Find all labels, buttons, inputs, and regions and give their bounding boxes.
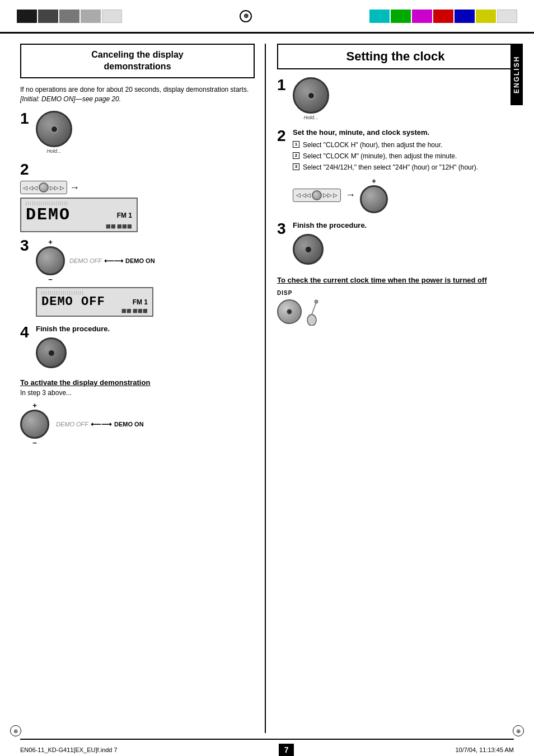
- color-block-gray: [59, 10, 79, 23]
- right-step-2-content: Set the hour, minute, and clock system. …: [293, 128, 514, 213]
- step-2: 2 ◁ ◁◁ ▷▷ ▷ → |||||||||||||||||||| DEMO: [20, 162, 255, 232]
- canceling-title-box: Canceling the display demonstrations: [20, 44, 255, 78]
- stylus-indicator: [305, 298, 325, 326]
- right-step-3: 3 Finish the procedure.: [277, 221, 514, 265]
- activate-title: To activate the display demonstration: [20, 378, 255, 387]
- demo-toggle-label: DEMO OFF ⟵⟶ DEMO ON: [69, 257, 155, 265]
- button-center-finish: [48, 350, 55, 356]
- right-step-2-text: Set the hour, minute, and clock system.: [293, 128, 514, 137]
- display-dots-2: ||||||||||||||||||||: [41, 290, 148, 294]
- step-1-illustration: Hold...: [36, 111, 72, 154]
- reg-mark-bottom-right: ⊕: [513, 725, 524, 736]
- svg-point-0: [307, 314, 316, 326]
- minus-sign: −: [48, 275, 53, 284]
- hold-button-1: [36, 111, 72, 147]
- color-block-green: [391, 10, 411, 23]
- page-number-badge: 7: [279, 744, 294, 756]
- step-3-illustration: + − DEMO OFF ⟵⟶ DEMO ON: [36, 238, 255, 284]
- right-hold-label: Hold...: [304, 115, 318, 120]
- right-knob: [360, 185, 388, 213]
- prev-btn: ◁: [23, 185, 27, 191]
- display-off-bottom: ⬛⬛ ⬛⬛⬛: [41, 309, 148, 313]
- step-1: 1 Hold...: [20, 111, 255, 154]
- step3-knob: [36, 246, 65, 275]
- registration-mark-top: ⊕: [240, 10, 252, 22]
- display-off-content: DEMO OFF FM 1: [41, 295, 148, 309]
- button-center: [50, 125, 58, 133]
- initial-note: [Initial: DEMO ON]—see page 20.: [20, 95, 255, 103]
- controls-row-2: ◁ ◁◁ ▷▷ ▷ →: [20, 181, 255, 194]
- step-2-number: 2: [20, 161, 29, 178]
- seek-right: ▷▷: [50, 185, 59, 191]
- display-off-text: DEMO OFF: [41, 295, 105, 309]
- right-column: ENGLISH Setting the clock 1 Hold... 2 Se…: [266, 44, 514, 733]
- clock-btn-center: [307, 92, 315, 100]
- right-step-1: 1 Hold...: [277, 77, 514, 120]
- seek-buttons-right: ◁ ◁◁ ▷▷ ▷: [293, 189, 341, 202]
- activate-knob-container: + −: [20, 401, 49, 447]
- display-demo: |||||||||||||||||||| DEMO FM 1 ⬛⬛ ⬛⬛⬛: [20, 198, 138, 232]
- display-band: FM 1: [117, 211, 132, 219]
- knob-container: + −: [36, 238, 65, 284]
- right-step-2: 2 Set the hour, minute, and clock system…: [277, 128, 514, 213]
- english-tab: ENGLISH: [510, 44, 523, 105]
- step-3: 3 + − DEMO OFF ⟵⟶ DEMO ON: [20, 238, 255, 317]
- sub-step-1-num: 1: [293, 141, 299, 148]
- reg-mark-bottom-left: ⊕: [10, 725, 21, 736]
- activate-desc: In step 3 above...: [20, 389, 255, 397]
- step-4-text: Finish the procedure.: [36, 325, 110, 333]
- right-prev-btn: ◁: [296, 192, 301, 198]
- right-step-3-number: 3: [277, 221, 288, 237]
- clock-hold-btn: [293, 77, 329, 114]
- display-dots: ||||||||||||||||||||: [26, 201, 132, 205]
- sub-step-3-num: 3: [293, 163, 299, 170]
- step-3-content: + − DEMO OFF ⟵⟶ DEMO ON ||||||||||||||||…: [36, 238, 255, 317]
- seek-left: ◁◁: [29, 185, 38, 191]
- color-block-lightgray: [81, 10, 101, 23]
- right-step-3-text: Finish the procedure.: [293, 221, 367, 229]
- hold-label-1: Hold...: [46, 148, 61, 154]
- right-plus: +: [372, 177, 376, 185]
- color-block-white2: [497, 10, 517, 23]
- demo-off-label: DEMO OFF: [69, 257, 102, 264]
- display-demo-text: DEMO: [26, 205, 71, 224]
- file-info: EN06-11_KD-G411[EX_EU]f.indd 7: [20, 746, 118, 753]
- step-4-number: 4: [20, 325, 31, 340]
- demo-on-label: DEMO ON: [125, 257, 155, 264]
- clock-finish-center: [305, 246, 312, 253]
- right-step-1-btn: Hold...: [293, 77, 329, 120]
- right-step-3-content: Finish the procedure.: [293, 221, 367, 265]
- clock-check-title: To check the current clock time when the…: [277, 276, 514, 285]
- step-3-number: 3: [20, 238, 31, 253]
- sub-step-2: 2 Select "CLOCK M" (minute), then adjust…: [293, 151, 514, 161]
- activate-plus: +: [32, 401, 37, 410]
- sub-step-3: 3 Select "24H/12H," then select "24H" (h…: [293, 162, 514, 172]
- setting-clock-title: Setting the clock: [286, 49, 505, 64]
- svg-line-1: [312, 302, 316, 314]
- activate-illustration: + − DEMO OFF ⟵⟶ DEMO ON: [20, 401, 255, 447]
- sub-step-2-num: 2: [293, 152, 299, 159]
- finish-button: [36, 337, 67, 368]
- display-bottom-info: ⬛⬛ ⬛⬛⬛: [26, 224, 132, 229]
- display-demo-off: |||||||||||||||||||| DEMO OFF FM 1 ⬛⬛ ⬛⬛…: [36, 287, 153, 317]
- disp-btn-center: [287, 309, 292, 314]
- color-block-darkgray: [38, 10, 58, 23]
- clock-check-section: To check the current clock time when the…: [277, 276, 514, 326]
- activate-demo-toggle: DEMO OFF ⟵⟶ DEMO ON: [56, 420, 144, 429]
- arrow-right-r: →: [345, 189, 355, 201]
- right-knob-container: +: [360, 177, 388, 213]
- next-btn: ▷: [60, 185, 64, 191]
- display-off-band: FM 1: [133, 298, 148, 306]
- stylus-icon: [305, 298, 325, 326]
- color-block-cyan: [369, 10, 390, 23]
- step-4: 4 Finish the procedure.: [20, 325, 255, 368]
- sub-step-1: 1 Select "CLOCK H" (hour), then adjust t…: [293, 140, 514, 150]
- right-step-2-number: 2: [277, 128, 288, 144]
- activate-minus: −: [32, 439, 37, 447]
- right-center-knob: [312, 190, 322, 200]
- right-seek-right: ▷▷: [323, 192, 332, 198]
- canceling-title: Canceling the display demonstrations: [29, 49, 246, 73]
- right-step-1-number: 1: [277, 77, 288, 93]
- seek-buttons: ◁ ◁◁ ▷▷ ▷: [20, 181, 67, 194]
- toggle-arrows: ⟵⟶: [104, 257, 123, 265]
